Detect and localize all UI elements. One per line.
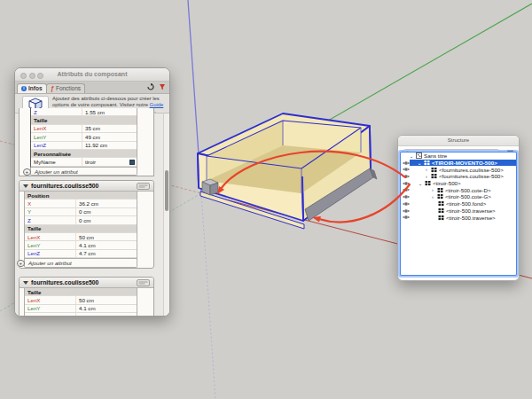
collapse-triangle-icon[interactable]: [23, 184, 28, 188]
attribute-row: LenX 35 cm: [31, 125, 137, 133]
attributes-scroll-area[interactable]: Z 1.55 cm Taille LenX 35 cm LenY 49 cm: [15, 113, 169, 317]
section-header[interactable]: fournitures.coulisse500: [20, 278, 153, 288]
coulisse-left-block[interactable]: [202, 179, 218, 195]
chevron-down-icon[interactable]: ⌄: [417, 181, 424, 186]
structure-panel: Structure ⌄ Sans titre: [397, 135, 520, 281]
attribute-row: LenY4.1 cm: [25, 305, 137, 313]
tree-row-component[interactable]: <tiroir-500.traverse>: [401, 214, 516, 221]
attribute-row: LenY4.1 cm: [25, 241, 137, 249]
attribute-value[interactable]: 4.1 cm: [76, 305, 137, 312]
chevron-right-icon[interactable]: ›: [423, 167, 430, 172]
attribute-value[interactable]: 50 cm: [76, 233, 137, 240]
panel-title: Attributs du composant: [15, 71, 169, 77]
add-icon[interactable]: +: [23, 168, 31, 176]
tab-fonctions[interactable]: ƒ Fonctions: [46, 83, 85, 93]
attribute-row: LenZ4.7 cm: [25, 313, 137, 317]
attribute-row: LenZ 11.92 cm: [31, 142, 137, 150]
component-icon: [431, 167, 437, 173]
attribute-value[interactable]: 49 cm: [82, 133, 137, 140]
collapse-triangle-icon[interactable]: [23, 281, 28, 285]
eye-icon[interactable]: [403, 181, 410, 186]
eye-icon[interactable]: [403, 187, 410, 192]
chevron-down-icon[interactable]: ⌄: [416, 160, 423, 166]
function-icon: ƒ: [51, 86, 54, 91]
scrollbar-thumb[interactable]: [165, 170, 168, 211]
attribute-section-component: Z 1.55 cm Taille LenX 35 cm LenY 49 cm: [19, 108, 154, 176]
component-icon: [437, 193, 443, 200]
sketchup-viewport: Attributs du composant i Infos ƒ Fonctio…: [0, 0, 532, 399]
formula-view-icon[interactable]: [159, 83, 166, 90]
chevron-right-icon[interactable]: ›: [429, 194, 436, 200]
eye-icon[interactable]: [403, 208, 410, 214]
attribute-row: X36.2 cm: [25, 200, 137, 207]
panel-titlebar[interactable]: Structure: [398, 136, 519, 146]
info-icon: i: [21, 86, 27, 91]
component-icon: [437, 187, 443, 193]
tree-row-component[interactable]: <tiroir-500.traverse>: [401, 207, 516, 215]
attribute-value[interactable]: 0 cm: [76, 208, 137, 215]
section-header[interactable]: fournitures.coulisse500: [20, 181, 153, 192]
add-attribute-row[interactable]: + Ajouter un attribut: [30, 168, 137, 176]
attribute-value[interactable]: 36.2 cm: [76, 200, 137, 207]
attribute-section-coulisse-1: fournitures.coulisse500 Position X36.2 c…: [19, 180, 154, 269]
tree-row-component[interactable]: ⌄ <TIROIR-MOVENTO-500>: [401, 160, 516, 167]
attribute-value[interactable]: 4.7 cm: [76, 250, 137, 257]
attribute-value[interactable]: 50 cm: [76, 296, 137, 303]
attribute-row: LenZ4.7 cm: [25, 250, 137, 258]
attribute-row: Z0 cm: [25, 216, 137, 224]
tree-row-component[interactable]: <tiroir-500.fond>: [401, 200, 516, 207]
chevron-down-icon[interactable]: ⌄: [408, 153, 415, 159]
eye-icon[interactable]: [403, 201, 410, 207]
drawer-model[interactable]: [198, 113, 377, 229]
tree-row-component[interactable]: › <fournitures.coulisse-500>: [401, 173, 516, 180]
attribute-value[interactable]: 1.55 cm: [82, 108, 137, 115]
add-attribute-row[interactable]: + Ajouter un attribut: [24, 259, 137, 268]
options-icon[interactable]: [137, 279, 150, 286]
eye-icon[interactable]: [403, 174, 410, 179]
attribute-row: LenY 49 cm: [31, 133, 137, 141]
scrollbar[interactable]: [163, 113, 169, 317]
attribute-group-header: Taille: [31, 116, 137, 124]
attribute-group-header: Position: [25, 192, 137, 200]
chevron-right-icon[interactable]: ›: [429, 187, 436, 192]
attribute-group-header: Personnalisée: [31, 150, 137, 158]
tree-row-model[interactable]: ⌄ Sans titre: [401, 153, 516, 160]
eye-icon[interactable]: [403, 215, 410, 220]
attribute-section-coulisse-2: fournitures.coulisse500 Taille LenX50 cm…: [19, 277, 154, 317]
attribute-value[interactable]: 4.7 cm: [76, 313, 137, 317]
options-icon[interactable]: [137, 183, 150, 190]
attribute-row: LenX50 cm: [25, 296, 137, 304]
tree-row-component[interactable]: › <tiroir-500.cote-D>: [401, 186, 516, 193]
attribute-value[interactable]: tiroir: [82, 158, 137, 165]
attribute-group-header: Taille: [25, 288, 137, 296]
attribute-value[interactable]: 0 cm: [76, 216, 137, 223]
attribute-row: Y0 cm: [25, 208, 137, 216]
chevron-right-icon[interactable]: ›: [423, 174, 430, 179]
eye-icon[interactable]: [403, 194, 410, 200]
refresh-icon[interactable]: [147, 83, 154, 90]
tree-row-component[interactable]: › <tiroir-500.cote-G>: [401, 193, 516, 200]
tab-bar: i Infos ƒ Fonctions: [15, 82, 169, 94]
model-icon: [416, 153, 422, 159]
attribute-detail-icon[interactable]: [129, 160, 135, 165]
eye-icon[interactable]: [403, 160, 410, 166]
eye-icon[interactable]: [403, 167, 410, 172]
attribute-group-header: Taille: [25, 225, 137, 233]
component-attributes-panel: Attributs du composant i Infos ƒ Fonctio…: [14, 67, 170, 317]
attribute-row: MyName tiroir: [31, 158, 137, 166]
outliner-tree[interactable]: ⌄ Sans titre ⌄ <TIROIR-MOVENTO-500>: [401, 153, 516, 275]
tree-row-component[interactable]: ⌄ <tiroir-500>: [401, 180, 516, 187]
component-icon: [438, 207, 444, 214]
add-icon[interactable]: +: [17, 260, 25, 268]
tab-infos[interactable]: i Infos: [17, 83, 47, 93]
attribute-row: LenX50 cm: [25, 233, 137, 241]
attribute-value[interactable]: 35 cm: [82, 125, 137, 132]
component-icon: [438, 200, 444, 207]
attribute-value[interactable]: 4.1 cm: [76, 241, 137, 248]
panel-titlebar[interactable]: Attributs du composant: [15, 68, 169, 82]
attribute-value[interactable]: 11.92 cm: [82, 142, 137, 149]
component-icon: [425, 180, 431, 186]
component-icon: [431, 173, 437, 179]
component-icon: [424, 160, 430, 166]
tree-row-component[interactable]: › <fournitures.coulisse-500>: [401, 166, 516, 173]
